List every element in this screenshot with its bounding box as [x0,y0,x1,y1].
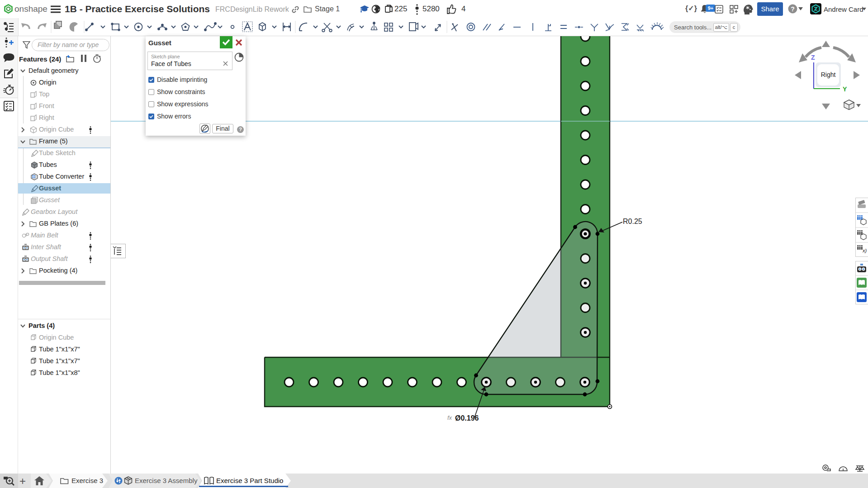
svg-text:Y: Y [843,85,847,93]
svg-text:Ø0.196: Ø0.196 [455,414,479,422]
svg-text:Z: Z [811,54,815,61]
svg-text:Right: Right [821,71,836,78]
svg-text:fx: fx [447,414,452,421]
svg-text:R0.25: R0.25 [623,218,642,225]
svg-text:x): x) [862,248,867,253]
svg-text:?: ? [791,5,795,13]
